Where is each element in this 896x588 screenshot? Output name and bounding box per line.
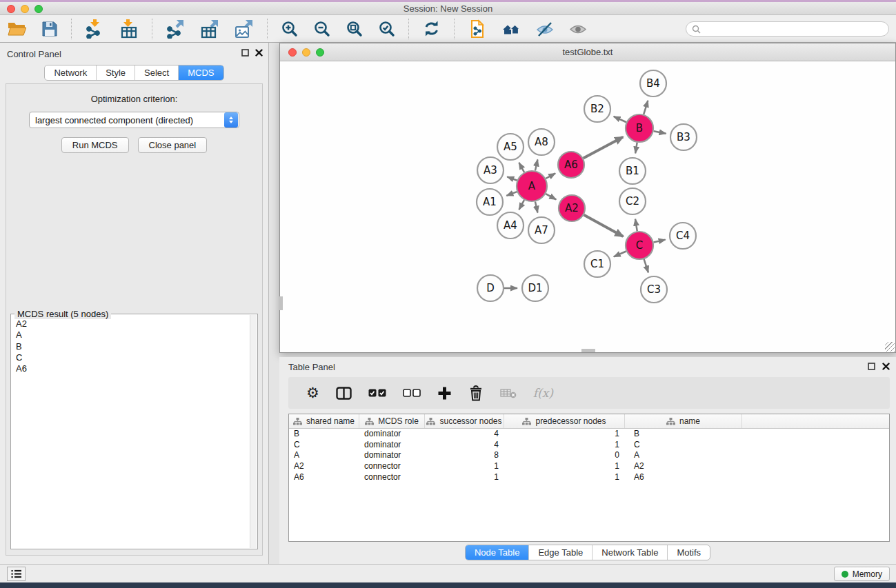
hide-eye-button[interactable] [533,19,557,39]
graph-edge-A-A2[interactable] [546,194,556,199]
result-item[interactable]: C [16,352,249,363]
graph-node-B1[interactable]: B1 [619,158,646,184]
cell[interactable]: C [625,440,742,451]
cell[interactable]: 0 [504,450,625,461]
export-network-button[interactable] [163,18,188,40]
cell[interactable]: dominator [359,450,425,461]
graph-node-C[interactable]: C [626,232,653,259]
cell[interactable]: 1 [504,461,625,472]
canvas-vertical-scrollbar[interactable] [279,296,283,310]
result-item[interactable]: B [16,341,249,352]
table-row-A2[interactable]: A2connector11A2 [289,461,889,472]
cell[interactable]: dominator [359,440,425,451]
tab-edge-table[interactable]: Edge Table [528,545,592,560]
graph-node-C4[interactable]: C4 [670,223,696,249]
table-row-C[interactable]: Cdominator41C [289,440,889,451]
function-builder-button[interactable]: f(x) [525,386,561,400]
result-scrollbar[interactable] [250,315,257,548]
graph-edge-A-A1[interactable] [506,192,517,196]
graph-node-A3[interactable]: A3 [477,157,504,183]
graph-edge-B-B2[interactable] [614,116,626,122]
tab-motifs[interactable]: Motifs [667,545,710,560]
cell[interactable]: A [625,450,742,461]
table-row-B[interactable]: Bdominator41B [289,429,889,440]
column-header-name[interactable]: name [625,414,742,428]
cell[interactable]: A6 [625,472,742,483]
show-eye-button[interactable] [566,19,590,39]
cell[interactable]: connector [359,461,425,472]
graph-edge-C-C3[interactable] [644,259,648,272]
graph-node-D[interactable]: D [477,275,504,301]
graph-edge-A-A7[interactable] [535,201,538,212]
graph-node-A5[interactable]: A5 [497,134,524,160]
cell[interactable]: A6 [289,472,359,483]
cell[interactable]: B [625,429,742,440]
run-mcds-button[interactable]: Run MCDS [61,137,129,153]
close-panel-button[interactable] [255,49,263,57]
import-table-button[interactable] [117,18,141,40]
graph-edge-A2-C[interactable] [584,215,624,236]
graph-node-A8[interactable]: A8 [528,129,555,155]
open-file-button[interactable] [5,19,29,39]
zoom-out-button[interactable] [310,19,333,39]
cell[interactable]: C [289,440,359,451]
float-table-panel-button[interactable] [868,363,875,370]
float-panel-button[interactable] [241,49,249,57]
cell[interactable]: A [289,450,359,461]
table-settings-button[interactable]: ⚙ [298,386,328,400]
cell[interactable]: 1 [425,472,504,483]
graph-edge-C-C2[interactable] [635,219,637,232]
graph-node-A6[interactable]: A6 [558,152,584,178]
graph-node-B3[interactable]: B3 [670,124,697,150]
graph-node-A1[interactable]: A1 [477,189,503,215]
graph-node-C3[interactable]: C3 [641,276,667,303]
graph-node-A7[interactable]: A7 [528,217,555,243]
graph-node-B[interactable]: B [626,114,653,142]
graph-edge-A-A8[interactable] [535,159,538,170]
column-header-predecessor-nodes[interactable]: predecessor nodes [504,414,625,428]
graph-edge-A-A5[interactable] [519,163,524,172]
deselect-all-button[interactable] [395,389,429,397]
graph-edge-A-A4[interactable] [519,200,524,210]
close-panel-action-button[interactable]: Close panel [138,137,208,153]
graph-edge-B-B3[interactable] [654,131,666,134]
graph-edge-C-C1[interactable] [614,251,626,256]
cell[interactable]: dominator [359,429,425,440]
import-network-button[interactable] [82,18,107,40]
graph-node-A4[interactable]: A4 [497,212,524,239]
cell[interactable]: 1 [504,440,625,451]
home-button[interactable] [499,19,524,39]
graph-node-C1[interactable]: C1 [584,251,610,277]
graph-node-A[interactable]: A [517,171,547,201]
graph-node-B4[interactable]: B4 [640,70,666,97]
cell[interactable]: 1 [425,461,504,472]
search-input[interactable] [704,23,888,35]
tab-select[interactable]: Select [135,65,178,80]
graph-edge-A6-B[interactable] [584,137,624,159]
select-all-button[interactable] [360,389,395,397]
column-header-mcds-role[interactable]: MCDS role [359,414,425,428]
cell[interactable]: A2 [289,461,359,472]
criterion-select[interactable]: largest connected component (directed) [29,112,239,128]
network-document-button[interactable] [465,18,490,40]
table-row-A[interactable]: Adominator80A [289,450,889,461]
result-item[interactable]: A6 [16,363,249,374]
add-column-button[interactable] [429,386,460,401]
cell[interactable]: A2 [625,461,742,472]
tab-node-table[interactable]: Node Table [466,545,529,560]
cell[interactable]: B [289,429,359,440]
memory-button[interactable]: Memory [834,567,890,581]
tab-style[interactable]: Style [96,65,135,80]
table-row-A6[interactable]: A6connector11A6 [289,472,889,483]
zoom-in-button[interactable] [278,19,301,39]
cell[interactable]: 1 [504,429,625,440]
graph-edge-B-B1[interactable] [635,143,637,154]
cell[interactable]: 4 [425,429,504,440]
cell[interactable]: 8 [425,450,504,461]
destroy-table-button[interactable] [492,387,525,398]
result-item[interactable]: A [16,330,249,341]
canvas-horizontal-scrollbar[interactable] [581,349,595,352]
delete-column-button[interactable] [460,385,492,401]
graph-node-C2[interactable]: C2 [619,188,646,214]
refresh-button[interactable] [419,18,444,39]
